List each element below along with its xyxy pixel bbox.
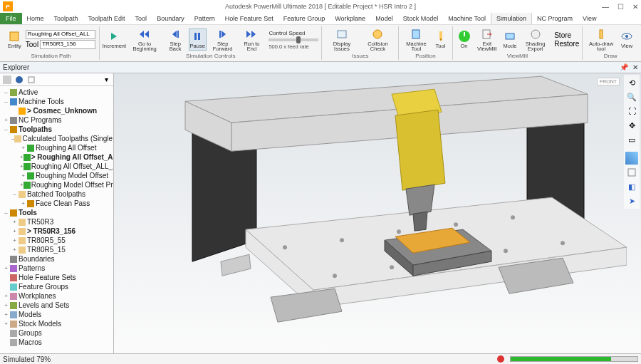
tree-toggle-icon[interactable]: + — [11, 228, 18, 234]
tree-toggle-icon[interactable]: + — [3, 117, 9, 123]
vp-cursor-icon[interactable]: ➤ — [625, 194, 638, 207]
tree-item[interactable]: +> TR50R3_156 — [0, 227, 113, 236]
explorer-menu-icon[interactable]: ▾ — [101, 75, 111, 85]
increment-button[interactable]: Increment — [103, 29, 126, 50]
mode-button[interactable]: Mode — [501, 29, 518, 50]
vp-shade-icon[interactable] — [625, 152, 638, 165]
menu-tab-toolpath-edit[interactable]: Toolpath Edit — [83, 13, 130, 24]
tree-item[interactable]: Feature Groups — [0, 282, 113, 291]
tree-item[interactable]: +Workplanes — [0, 291, 113, 301]
pause-button[interactable]: Pause — [189, 28, 207, 51]
tree-item[interactable]: Macros — [0, 338, 113, 347]
vp-wire-icon[interactable] — [625, 166, 638, 179]
exit-viewmill-button[interactable]: Exit ViewMill — [474, 27, 500, 53]
vp-orbit-icon[interactable]: ⟲ — [625, 76, 638, 89]
toolpath-combo[interactable]: Roughing All Offset_ALL — [26, 30, 95, 39]
goto-beginning-button[interactable]: Go to Beginning — [127, 27, 162, 53]
menu-tab-view[interactable]: View — [578, 13, 601, 24]
tree-item[interactable]: +TR80R5_55 — [0, 236, 113, 245]
machine-tool-button[interactable]: Machine Tool — [402, 27, 430, 53]
tool-combo[interactable]: TR50R3_156 — [40, 40, 95, 49]
collision-check-button[interactable]: Collision Check — [360, 27, 396, 53]
tree-toggle-icon[interactable]: + — [20, 200, 26, 207]
tree-item[interactable]: Groups — [0, 328, 113, 338]
tree-item[interactable]: Hole Feature Sets — [0, 273, 113, 282]
tree-toggle-icon[interactable]: + — [20, 172, 26, 179]
menu-tab-hole-feature-set[interactable]: Hole Feature Set — [220, 13, 278, 24]
auto-draw-button[interactable]: Auto-draw tool — [585, 27, 617, 53]
tree-item[interactable]: +Stock Models — [0, 319, 113, 328]
tree-item[interactable]: +TR50R3 — [0, 217, 113, 227]
tree-item[interactable]: –Batched Toolpaths — [0, 189, 113, 199]
tree-item[interactable]: +Patterns — [0, 264, 113, 273]
close-button[interactable]: ✕ — [632, 3, 638, 11]
explorer-tb-2[interactable] — [14, 75, 24, 85]
tree-item[interactable]: +Roughing Model Offset Profile Smo — [0, 180, 113, 189]
display-issues-button[interactable]: Display Issues — [325, 27, 358, 53]
menu-tab-boundary[interactable]: Boundary — [152, 13, 189, 24]
menu-tab-nc-program[interactable]: NC Program — [532, 13, 578, 24]
tree-toggle-icon[interactable]: – — [3, 98, 9, 105]
minimize-button[interactable]: — — [602, 3, 609, 11]
menu-tab-tool[interactable]: Tool — [130, 13, 152, 24]
tree-toggle-icon[interactable]: + — [3, 311, 9, 318]
vp-iso-icon[interactable]: ◧ — [625, 180, 638, 193]
tree-toggle-icon[interactable]: + — [20, 145, 26, 151]
restore-button[interactable]: Restore — [554, 40, 579, 48]
explorer-pin-icon[interactable]: 📌 — [620, 63, 628, 71]
shading-export-button[interactable]: Shading Export — [520, 27, 551, 53]
maximize-button[interactable]: ☐ — [617, 3, 624, 11]
viewport-3d[interactable]: FRONT ⟲ 🔍 ⛶ ✥ ▭ ◧ ➤ — [114, 73, 641, 353]
explorer-close-icon[interactable]: ✕ — [632, 63, 638, 71]
menu-tab-stock-model[interactable]: Stock Model — [398, 13, 444, 24]
explorer-tb-1[interactable] — [2, 75, 12, 85]
tree-item[interactable]: –Calculated Toolpaths (Single Level) — [0, 134, 113, 143]
viewmill-on-button[interactable]: On — [456, 29, 473, 50]
menu-tab-workplane[interactable]: Workplane — [330, 13, 370, 24]
tree-item[interactable]: +TR80R5_15 — [0, 245, 113, 254]
speed-slider[interactable] — [269, 38, 318, 41]
entity-button[interactable]: Entity — [6, 29, 24, 50]
tree-item[interactable]: –Tools — [0, 208, 113, 217]
explorer-tb-3[interactable] — [26, 75, 36, 85]
menu-tab-simulation[interactable]: Simulation — [491, 13, 532, 24]
tree-item[interactable]: +Roughing Model Offset — [0, 171, 113, 180]
store-button[interactable]: Store — [554, 31, 579, 39]
vp-zoom-icon[interactable]: 🔍 — [625, 90, 638, 103]
vp-fit-icon[interactable]: ⛶ — [625, 105, 638, 118]
step-forward-button[interactable]: Step Forward — [208, 27, 238, 53]
vp-zoomwin-icon[interactable]: ▭ — [625, 133, 638, 146]
tree-item[interactable]: –Active — [0, 88, 113, 97]
tree-item[interactable]: –Machine Tools — [0, 97, 113, 106]
tree-item[interactable]: > Cosmec_Unknown — [0, 106, 113, 115]
tree-toggle-icon[interactable]: + — [3, 321, 9, 327]
file-menu[interactable]: File — [0, 13, 22, 24]
tree-toggle-icon[interactable]: – — [3, 126, 9, 132]
tree-item[interactable]: +> Roughing All Offset_ALL — [0, 152, 113, 162]
menu-tab-feature-group[interactable]: Feature Group — [278, 13, 330, 24]
tree-item[interactable]: +Roughing All Offset — [0, 143, 113, 152]
tree-toggle-icon[interactable]: + — [3, 293, 9, 299]
view-button[interactable]: View — [618, 29, 635, 50]
tree-toggle-icon[interactable]: + — [3, 265, 9, 271]
tree-item[interactable]: –Toolpaths — [0, 125, 113, 134]
menu-tab-toolpath[interactable]: Toolpath — [49, 13, 83, 24]
tree-item[interactable]: +Face Clean Pass — [0, 199, 113, 208]
menu-tab-home[interactable]: Home — [22, 13, 49, 24]
tool-position-button[interactable]: Tool — [432, 29, 449, 50]
tree-toggle-icon[interactable]: + — [11, 219, 18, 225]
tree-item[interactable]: +Levels and Sets — [0, 301, 113, 310]
run-to-end-button[interactable]: Run to End — [239, 27, 265, 53]
tree-toggle-icon[interactable]: – — [11, 191, 18, 197]
tree-toggle-icon[interactable]: + — [11, 246, 18, 253]
tree-item[interactable]: Boundaries — [0, 254, 113, 264]
tree-toggle-icon[interactable]: + — [11, 237, 18, 244]
tree-toggle-icon[interactable]: + — [3, 302, 9, 308]
tree-item[interactable]: +Models — [0, 310, 113, 319]
tree-toggle-icon[interactable]: – — [3, 209, 9, 216]
tree-item[interactable]: +Roughing All Offset_ALL_1 — [0, 162, 113, 171]
tree-toggle-icon[interactable]: – — [3, 89, 9, 95]
menu-tab-pattern[interactable]: Pattern — [189, 13, 220, 24]
tree-item[interactable]: +NC Programs — [0, 115, 113, 125]
vp-pan-icon[interactable]: ✥ — [625, 119, 638, 132]
